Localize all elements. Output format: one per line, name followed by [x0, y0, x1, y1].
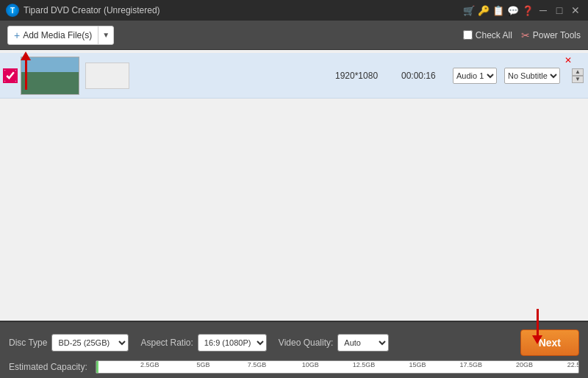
add-media-label: Add Media File(s) [23, 30, 92, 40]
media-order-buttons: ▲ ▼ [572, 68, 584, 83]
media-duration: 00:00:16 [401, 71, 445, 81]
video-quality-label: Video Quality: [279, 338, 334, 348]
next-arrow-head [532, 335, 542, 344]
disc-type-select[interactable]: BD-25 (25GB) BD-50 (50GB) DVD-5 (4.7GB) … [51, 334, 129, 352]
tick-15gb: 15GB [409, 361, 426, 368]
media-close-button[interactable]: ✕ [564, 56, 572, 65]
add-media-main-action[interactable]: + Add Media File(s) [8, 26, 98, 44]
video-quality-select[interactable]: Auto High Medium Low [337, 334, 389, 352]
help-icon[interactable]: ❓ [522, 4, 534, 16]
check-all-label[interactable]: Check All [463, 30, 512, 40]
toolbar: + Add Media File(s) ▼ Check All ✂ Power … [0, 21, 588, 50]
media-resolution: 1920*1080 [335, 71, 394, 81]
media-title-box [85, 63, 129, 89]
check-all-checkbox[interactable] [463, 30, 473, 40]
app-logo: T [6, 4, 19, 17]
tick-5gb: 5GB [197, 361, 210, 368]
disc-type-label: Disc Type [9, 338, 47, 348]
add-media-button[interactable]: + Add Media File(s) ▼ [7, 26, 114, 45]
next-button[interactable]: Next [520, 329, 579, 356]
file-icon[interactable]: 📋 [492, 4, 504, 16]
next-arrow-container [532, 309, 542, 344]
title-bar: T Tipard DVD Creator (Unregistered) 🛒 🔑 … [0, 0, 588, 21]
aspect-ratio-group: Aspect Ratio: 16:9 (1080P) 16:9 (720P) 4… [140, 334, 266, 352]
capacity-bar-row: Estimated Capacity: 2.5GB 5GB 7.5GB 10GB… [0, 359, 588, 378]
capacity-bar: 2.5GB 5GB 7.5GB 10GB 12.5GB 15GB 17.5GB … [96, 360, 579, 374]
arrow-up [21, 51, 31, 90]
aspect-ratio-select[interactable]: 16:9 (1080P) 16:9 (720P) 4:3 [198, 334, 267, 352]
arrow-head [21, 51, 31, 60]
subtitle-select[interactable]: No Subtitle [504, 68, 560, 84]
arrow-shaft [25, 60, 27, 90]
chat-icon[interactable]: 💬 [507, 4, 519, 16]
app-title: Tipard DVD Creator (Unregistered) [24, 5, 463, 15]
power-tools-icon: ✂ [521, 29, 530, 41]
key-icon[interactable]: 🔑 [478, 4, 490, 16]
bottom-bar: Disc Type BD-25 (25GB) BD-50 (50GB) DVD-… [0, 321, 588, 378]
close-button[interactable]: ✕ [569, 4, 582, 17]
order-down-button[interactable]: ▼ [572, 76, 584, 83]
tick-7-5gb: 7.5GB [248, 361, 267, 368]
aspect-ratio-label: Aspect Ratio: [140, 338, 193, 348]
media-list-area: ✕ 1920*1080 00:00:16 Audio 1 No Subtitle… [0, 50, 588, 321]
capacity-bar-fill [96, 361, 98, 373]
check-all-text: Check All [476, 30, 512, 40]
media-info: 1920*1080 00:00:16 Audio 1 No Subtitle ▲… [335, 68, 584, 84]
power-tools-button[interactable]: ✂ Power Tools [521, 29, 581, 41]
tick-20gb: 20GB [516, 361, 533, 368]
next-arrow-shaft [537, 309, 539, 335]
tick-22-5gb: 22.5GB [567, 361, 579, 368]
order-up-button[interactable]: ▲ [572, 68, 584, 76]
tick-17-5gb: 17.5GB [459, 361, 482, 368]
tick-10gb: 10GB [302, 361, 319, 368]
maximize-button[interactable]: □ [553, 4, 566, 17]
media-item-checkbox[interactable] [4, 70, 16, 82]
toolbar-right: Check All ✂ Power Tools [463, 29, 581, 41]
title-bar-controls: 🛒 🔑 📋 💬 ❓ ─ □ ✕ [463, 4, 582, 17]
tick-2-5gb: 2.5GB [140, 361, 159, 368]
add-icon: + [14, 29, 20, 41]
add-media-dropdown-arrow[interactable]: ▼ [98, 26, 113, 44]
audio-track-select[interactable]: Audio 1 [453, 68, 497, 84]
media-item: ✕ 1920*1080 00:00:16 Audio 1 No Subtitle… [0, 53, 588, 99]
video-quality-group: Video Quality: Auto High Medium Low [279, 334, 390, 352]
tick-12-5gb: 12.5GB [353, 361, 376, 368]
disc-type-group: Disc Type BD-25 (25GB) BD-50 (50GB) DVD-… [9, 334, 129, 352]
minimize-button[interactable]: ─ [537, 4, 550, 17]
arrow-indicator [21, 51, 31, 90]
shop-icon[interactable]: 🛒 [463, 4, 475, 16]
power-tools-label: Power Tools [533, 30, 581, 40]
bottom-controls: Disc Type BD-25 (25GB) BD-50 (50GB) DVD-… [0, 325, 588, 359]
estimated-capacity-label: Estimated Capacity: [9, 362, 90, 372]
